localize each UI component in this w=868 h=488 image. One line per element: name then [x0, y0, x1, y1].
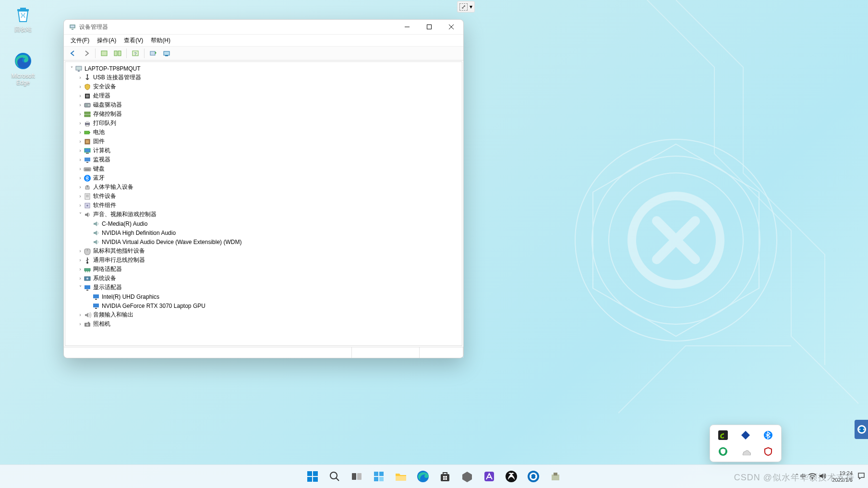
desktop-icon-edge[interactable]: Microsoft Edge — [5, 51, 41, 86]
tree-node[interactable]: ›鼠标和其他指针设备 — [68, 246, 459, 256]
teamviewer-side-tab[interactable] — [855, 420, 868, 439]
twisty-icon[interactable]: › — [77, 84, 84, 89]
tree-node[interactable]: ›软件组件 — [68, 201, 459, 210]
tree-node[interactable]: ›磁盘驱动器 — [68, 100, 459, 110]
tree-node[interactable]: ›软件设备 — [68, 192, 459, 201]
toolbar-scan-hardware[interactable] — [147, 48, 159, 59]
twisty-icon[interactable]: › — [77, 157, 84, 162]
svg-rect-56 — [88, 322, 89, 323]
twisty-icon[interactable]: › — [77, 175, 84, 181]
twisty-icon[interactable]: › — [77, 276, 84, 281]
tray-bluetooth-icon[interactable] — [763, 430, 773, 440]
edge-button[interactable] — [413, 467, 433, 486]
tree-node[interactable]: ›固件 — [68, 137, 459, 146]
tree-node[interactable]: ˅LAPTOP-TP8PMQUT — [68, 64, 459, 73]
toolbar-help[interactable]: ? — [129, 48, 142, 59]
tree-node[interactable]: ›计算机 — [68, 146, 459, 155]
taskbar-app-3[interactable] — [546, 467, 565, 486]
svg-rect-33 — [86, 140, 89, 143]
dropdown-icon[interactable]: ▾ — [470, 3, 472, 10]
twisty-icon[interactable]: › — [77, 312, 84, 317]
twisty-icon[interactable]: › — [77, 184, 84, 190]
search-button[interactable] — [325, 467, 344, 486]
tray-app-icon[interactable] — [740, 430, 751, 440]
twisty-icon[interactable]: ˅ — [68, 66, 75, 71]
widgets-button[interactable] — [369, 467, 388, 486]
tree-node[interactable]: ˅显示适配器 — [68, 283, 459, 292]
start-button[interactable] — [303, 467, 322, 486]
task-view-button[interactable] — [347, 467, 366, 486]
tray-overflow-popup[interactable] — [710, 425, 782, 462]
tree-node[interactable]: Intel(R) UHD Graphics — [68, 292, 459, 301]
tree-node[interactable]: NVIDIA GeForce RTX 3070 Laptop GPU — [68, 301, 459, 310]
tray-onedrive-icon[interactable] — [740, 446, 751, 457]
device-tree[interactable]: ˅LAPTOP-TP8PMQUT›USB 连接器管理器›安全设备›处理器›磁盘驱… — [65, 61, 462, 346]
tree-node[interactable]: ›蓝牙 — [68, 173, 459, 183]
microsoft-store-button[interactable] — [435, 467, 455, 486]
twisty-icon[interactable]: ˅ — [77, 212, 84, 217]
twisty-icon[interactable]: › — [77, 111, 84, 117]
tree-node[interactable]: ›处理器 — [68, 91, 459, 100]
twisty-icon[interactable]: › — [77, 267, 84, 272]
toolbar-uninstall[interactable] — [160, 48, 173, 59]
twisty-icon[interactable]: › — [77, 203, 84, 208]
twisty-icon[interactable]: › — [77, 130, 84, 135]
tree-node[interactable]: NVIDIA Virtual Audio Device (Wave Extens… — [68, 237, 459, 246]
toolbar-properties[interactable] — [111, 48, 124, 59]
tree-node[interactable]: ›USB 连接器管理器 — [68, 73, 459, 82]
tree-node[interactable]: C-Media(R) Audio — [68, 219, 459, 228]
expand-icon[interactable]: ⤢ — [459, 3, 468, 11]
tray-security-icon[interactable] — [718, 446, 728, 457]
desktop-icon-recycle-bin[interactable]: 回收站 — [5, 4, 41, 34]
titlebar[interactable]: 设备管理器 — [64, 20, 463, 35]
twisty-icon[interactable]: › — [77, 148, 84, 153]
tree-node[interactable]: ›打印队列 — [68, 119, 459, 128]
menu-action[interactable]: 操作(A) — [94, 36, 119, 46]
tray-nvidia-icon[interactable] — [718, 430, 728, 440]
tree-node[interactable]: ›音频输入和输出 — [68, 310, 459, 319]
menu-help[interactable]: 帮助(H) — [148, 36, 173, 46]
tray-mcafee-icon[interactable] — [763, 446, 773, 457]
tree-node[interactable]: ›人体学输入设备 — [68, 183, 459, 192]
screenshot-helper-toolbar[interactable]: ⤢ ▾ — [457, 1, 475, 12]
xbox-button[interactable] — [502, 467, 521, 486]
notifications-icon[interactable] — [857, 472, 865, 481]
tree-node[interactable]: ›监视器 — [68, 155, 459, 164]
twisty-icon[interactable]: › — [77, 248, 84, 254]
twisty-icon[interactable]: › — [77, 166, 84, 171]
tree-node[interactable]: ›存储控制器 — [68, 110, 459, 119]
menu-view[interactable]: 查看(V) — [121, 36, 146, 46]
taskbar-app-1[interactable] — [458, 467, 477, 486]
tree-node[interactable]: ›通用串行总线控制器 — [68, 256, 459, 265]
toolbar-back[interactable] — [67, 48, 79, 59]
tree-node[interactable]: ›电池 — [68, 128, 459, 137]
twisty-icon[interactable]: › — [77, 121, 84, 126]
tree-node[interactable]: NVIDIA High Definition Audio — [68, 228, 459, 237]
twisty-icon[interactable]: › — [77, 321, 84, 327]
tree-node[interactable]: ›照相机 — [68, 319, 459, 329]
svg-rect-25 — [84, 112, 90, 114]
svg-point-2 — [609, 173, 743, 307]
tree-node[interactable]: ˅声音、视频和游戏控制器 — [68, 210, 459, 219]
tree-node[interactable]: ›系统设备 — [68, 274, 459, 283]
twisty-icon[interactable]: › — [77, 93, 84, 98]
twisty-icon[interactable]: › — [77, 139, 84, 144]
menu-file[interactable]: 文件(F) — [68, 36, 92, 46]
twisty-icon[interactable]: › — [77, 102, 84, 108]
twisty-icon[interactable]: › — [77, 257, 84, 263]
toolbar-forward[interactable] — [80, 48, 93, 59]
twisty-icon[interactable]: ˅ — [77, 285, 84, 290]
file-explorer-button[interactable] — [391, 467, 410, 486]
toolbar-show-hide[interactable] — [98, 48, 110, 59]
maximize-button[interactable] — [418, 20, 440, 34]
close-button[interactable] — [440, 20, 462, 34]
teamviewer-button[interactable] — [524, 467, 543, 486]
tree-node-label: 蓝牙 — [93, 174, 105, 182]
minimize-button[interactable] — [396, 20, 418, 34]
tree-node[interactable]: ›安全设备 — [68, 82, 459, 91]
twisty-icon[interactable]: › — [77, 75, 84, 80]
taskbar-app-2[interactable] — [480, 467, 499, 486]
twisty-icon[interactable]: › — [77, 194, 84, 199]
tree-node[interactable]: ›网络适配器 — [68, 265, 459, 274]
tree-node[interactable]: ›键盘 — [68, 164, 459, 173]
